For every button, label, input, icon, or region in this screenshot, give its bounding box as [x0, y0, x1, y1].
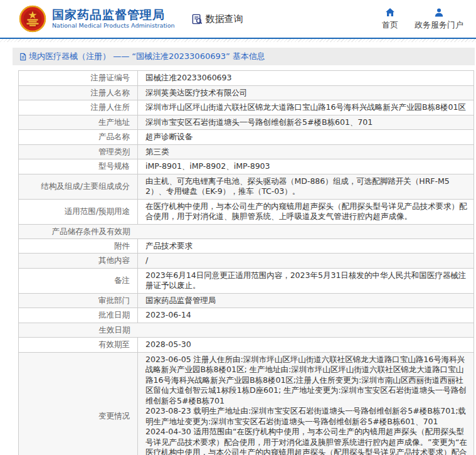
row-value: /: [138, 254, 474, 269]
row-value: 国家药品监督管理局: [138, 293, 474, 308]
national-emblem-logo: [19, 5, 46, 33]
row-label: 生产地址: [19, 115, 138, 130]
row-value: [138, 323, 474, 337]
row-label: 结构及组成/主要组成成分: [19, 174, 138, 199]
row-value: iMP-8901、iMP-8902、iMP-8903: [138, 159, 474, 174]
row-label: 管理类别: [19, 144, 138, 159]
breadcrumb: 境内医疗器械（注册） —— “国械注准20233060693” 基本信息: [13, 48, 475, 65]
table-row: 产品名称超声诊断设备: [19, 130, 474, 145]
table-row: 注册人住所深圳市坪山区坪山街道六联社区锦龙大道路口宝山路16号海科兴战略新兴产业…: [19, 100, 474, 115]
row-label: 备注: [19, 268, 138, 293]
row-value: 第三类: [138, 144, 474, 159]
table-row: 注册人名称深圳英美达医疗技术有限公司: [19, 85, 474, 100]
nav-home-label: 首页: [382, 19, 398, 31]
row-label: 注册人住所: [19, 100, 138, 115]
table-row: 审批部门国家药品监督管理局: [19, 293, 474, 308]
row-label: 变更情况: [19, 352, 138, 455]
nav-portal-label: 政务服务门户: [415, 19, 463, 31]
row-label: 注册证编号: [19, 71, 138, 86]
table-row: 批准日期2023-06-14: [19, 308, 474, 323]
data-query-icon: [191, 13, 203, 25]
nav-data-query[interactable]: 数据查询: [191, 13, 243, 25]
table-row: 注册证编号国械注准20233060693: [19, 71, 474, 86]
row-label: 产品储存条件及有效期: [19, 224, 138, 238]
row-value: 2023-06-14: [138, 308, 474, 323]
row-value: 深圳英美达医疗技术有限公司: [138, 85, 474, 100]
table-row: 生效日期: [19, 323, 474, 337]
top-links: 首页 政务服务门户: [382, 8, 463, 31]
registration-info-panel: 注册证编号国械注准20233060693注册人名称深圳英美达医疗技术有限公司注册…: [18, 70, 474, 455]
table-row: 适用范围/预期用途在医疗机构中使用，与本公司生产的内窥镜用超声探头（配用探头型号…: [19, 199, 474, 224]
row-value: 国械注准20233060693: [138, 71, 474, 86]
row-label: 批准日期: [19, 308, 138, 323]
row-label: 有效期至: [19, 338, 138, 353]
agency-title: 国家药品监督管理局: [52, 8, 175, 21]
table-row: 生产地址深圳市宝安区石岩街道塘头一号路创维创新谷5#楼B栋601、701: [19, 115, 474, 130]
row-label: 注册人名称: [19, 85, 138, 100]
table-row: 有效期至2028-05-30: [19, 338, 474, 353]
row-label: 其他内容: [19, 254, 138, 269]
table-row: 附件产品技术要求: [19, 238, 474, 254]
row-label: 产品名称: [19, 130, 138, 145]
row-value: 在医疗机构中使用，与本公司生产的内窥镜用超声探头（配用探头型号详见产品技术要求）…: [138, 199, 474, 224]
row-value: 深圳市宝安区石岩街道塘头一号路创维创新谷5#楼B栋601、701: [138, 115, 474, 130]
nav-data-query-label: 数据查询: [206, 13, 243, 25]
table-row: 结构及组成/主要组成成分由主机、可充电锂离子电池、探头驱动器（MD-886）组成…: [19, 174, 474, 199]
home-icon: [385, 8, 395, 18]
document-icon: [19, 53, 27, 61]
row-value: [138, 224, 474, 238]
row-value: 由主机、可充电锂离子电池、探头驱动器（MD-886）组成，可选配脚踏开关（HRF…: [138, 174, 474, 199]
nav-home[interactable]: 首页: [382, 8, 398, 31]
table-row: 变更情况2023-06-05 注册人住所由:深圳市坪山区坪山街道六联社区锦龙大道…: [19, 352, 474, 455]
row-value: 深圳市坪山区坪山街道六联社区锦龙大道路口宝山路16号海科兴战略新兴产业园B栋8楼…: [138, 100, 474, 115]
row-label: 适用范围/预期用途: [19, 199, 138, 224]
row-value: 产品技术要求: [138, 238, 474, 254]
user-icon: [434, 8, 444, 18]
table-row: 管理类别第三类: [19, 144, 474, 159]
row-value: 超声诊断设备: [138, 130, 474, 145]
row-label: 审批部门: [19, 293, 138, 308]
row-label: 生效日期: [19, 323, 138, 337]
row-value: 2023年6月14日同意更正适用范围内容，2023年5月31日核发的中华人民共和…: [138, 268, 474, 293]
row-value: 2028-05-30: [138, 338, 474, 353]
breadcrumb-text: 境内医疗器械（注册） —— “国械注准20233060693” 基本信息: [29, 51, 265, 62]
nav-portal[interactable]: 政务服务门户: [415, 8, 463, 31]
registration-table: 注册证编号国械注准20233060693注册人名称深圳英美达医疗技术有限公司注册…: [18, 70, 474, 455]
row-value: 2023-06-05 注册人住所由:深圳市坪山区坪山街道六联社区锦龙大道路口宝山…: [138, 352, 474, 455]
table-row: 型号规格iMP-8901、iMP-8902、iMP-8903: [19, 159, 474, 174]
table-row: 产品储存条件及有效期: [19, 224, 474, 238]
table-row: 备注2023年6月14日同意更正适用范围内容，2023年5月31日核发的中华人民…: [19, 268, 474, 293]
agency-subtitle: National Medical Products Administration: [52, 23, 175, 29]
row-label: 型号规格: [19, 159, 138, 174]
registration-table-body: 注册证编号国械注准20233060693注册人名称深圳英美达医疗技术有限公司注册…: [19, 71, 474, 455]
brand: 国家药品监督管理局 National Medical Products Admi…: [52, 8, 175, 29]
header: 国家药品监督管理局 National Medical Products Admi…: [0, 0, 476, 39]
decorative-hatch-strip: [0, 39, 476, 42]
table-row: 其他内容/: [19, 254, 474, 269]
row-label: 附件: [19, 238, 138, 254]
